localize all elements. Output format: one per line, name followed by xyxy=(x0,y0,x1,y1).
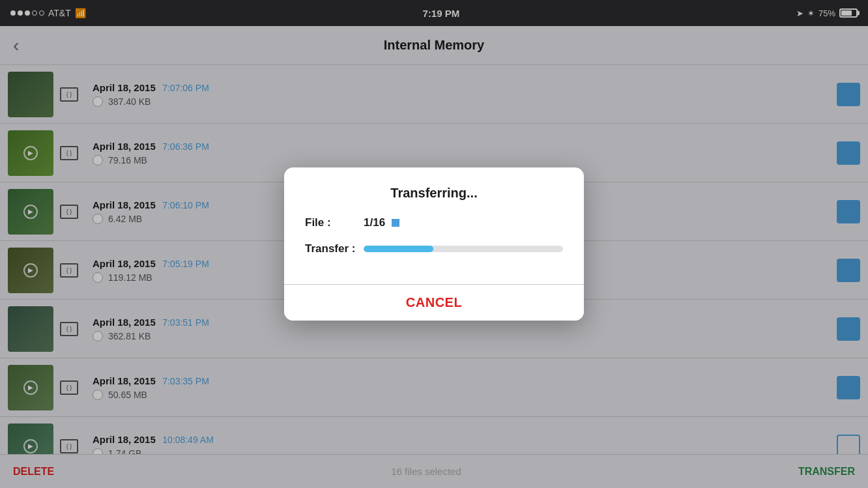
file-progress-indicator xyxy=(392,219,399,227)
transfer-dialog: Transferring... File : 1/16 Transfer : C… xyxy=(284,167,584,321)
transfer-label: Transfer : xyxy=(305,242,364,255)
cancel-button[interactable]: CANCEL xyxy=(284,285,584,321)
transfer-bar-background xyxy=(364,246,563,252)
file-progress-row: File : 1/16 xyxy=(305,216,563,229)
dialog-body: Transferring... File : 1/16 Transfer : xyxy=(284,167,584,284)
dialog-title: Transferring... xyxy=(305,186,563,201)
file-progress-value: 1/16 xyxy=(364,216,385,229)
file-label: File : xyxy=(305,216,364,229)
transfer-progress-row: Transfer : xyxy=(305,242,563,255)
transfer-bar-fill xyxy=(364,246,433,252)
overlay: Transferring... File : 1/16 Transfer : C… xyxy=(0,0,868,488)
